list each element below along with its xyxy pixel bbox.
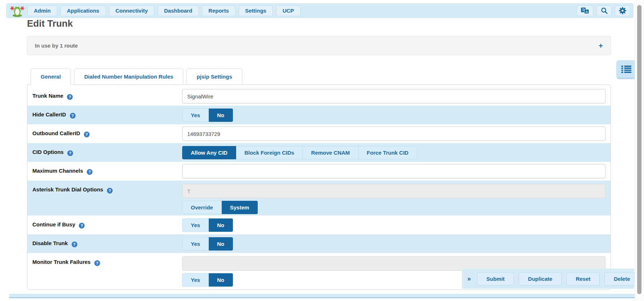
help-icon[interactable]: ? [70, 113, 76, 119]
label-text: Disable Trunk [32, 240, 68, 246]
list-icon [621, 65, 631, 73]
disable-trunk-toggle: Yes No [182, 237, 233, 251]
gear-icon [619, 7, 626, 14]
svg-text:A: A [585, 10, 588, 14]
help-icon[interactable]: ? [84, 132, 90, 137]
nav-item-ucp[interactable]: UCP [276, 5, 301, 16]
scrollbar-thumb[interactable] [637, 5, 641, 294]
label-text: Maximum Channels [32, 168, 83, 174]
trunk-list-toggle-button[interactable] [616, 60, 636, 78]
help-icon[interactable]: ? [87, 169, 93, 175]
label-text: CID Options [32, 149, 64, 155]
collapse-actions-icon[interactable]: » [467, 275, 471, 283]
row-dial-options: Asterisk Trunk Dial Options ? Override S… [27, 181, 611, 216]
dial-options-toggle: Override System [182, 201, 258, 214]
settings-button[interactable] [615, 5, 630, 16]
monitor-failures-no-button[interactable]: No [209, 273, 233, 287]
cid-options-label: CID Options ? [27, 149, 182, 156]
hide-callerid-no-button[interactable]: No [209, 109, 233, 122]
monitor-trunk-failures-label: Monitor Trunk Failures ? [27, 253, 182, 266]
disable-trunk-label: Disable Trunk ? [27, 240, 182, 247]
continue-if-busy-label: Continue if Busy ? [27, 221, 182, 229]
continue-if-busy-toggle: Yes No [182, 218, 233, 232]
help-icon[interactable]: ? [67, 150, 73, 156]
cid-block-foreign-button[interactable]: Block Foreign CIDs [236, 146, 303, 159]
nav-item-connectivity[interactable]: Connectivity [109, 5, 154, 16]
row-maximum-channels: Maximum Channels ? [27, 162, 611, 181]
general-tab-panel: Trunk Name ? Hide CallerID ? Yes No Outb… [27, 84, 611, 290]
hide-callerid-yes-button[interactable]: Yes [182, 109, 209, 122]
dial-options-override-button[interactable]: Override [182, 201, 222, 214]
outbound-callerid-input[interactable] [182, 127, 605, 141]
tab-pjsip-settings[interactable]: pjsip Settings [186, 68, 242, 85]
language-button[interactable]: A [577, 5, 593, 16]
maximum-channels-label: Maximum Channels ? [27, 168, 182, 175]
label-text: Trunk Name [32, 93, 63, 99]
outbound-callerid-label: Outbound CallerID ? [27, 130, 182, 137]
help-icon[interactable]: ? [72, 242, 77, 247]
nav-item-reports[interactable]: Reports [202, 5, 235, 16]
expand-plus-icon[interactable]: + [599, 42, 603, 49]
label-text: Continue if Busy [32, 221, 75, 227]
tab-general[interactable]: General [31, 68, 71, 85]
submit-button[interactable]: Submit [477, 272, 514, 285]
cid-force-trunk-button[interactable]: Force Trunk CID [359, 146, 417, 159]
row-cid-options: CID Options ? Allow Any CID Block Foreig… [27, 143, 611, 162]
maximum-channels-input[interactable] [182, 164, 605, 178]
bottom-bar [9, 294, 636, 298]
dial-options-system-button[interactable]: System [222, 201, 258, 214]
hide-callerid-toggle: Yes No [182, 109, 233, 122]
nav-item-settings[interactable]: Settings [239, 5, 273, 16]
dial-options-label: Asterisk Trunk Dial Options ? [27, 181, 182, 194]
row-continue-if-busy: Continue if Busy ? Yes No [27, 216, 611, 234]
label-text: Outbound CallerID [32, 130, 80, 136]
row-trunk-name: Trunk Name ? [27, 87, 611, 106]
row-outbound-callerid: Outbound CallerID ? [27, 124, 611, 143]
help-icon[interactable]: ? [107, 188, 113, 194]
action-bar: » Submit Duplicate Reset Delete [462, 269, 634, 289]
scrollbar-track[interactable] [635, 0, 644, 301]
help-icon[interactable]: ? [94, 260, 100, 266]
trunk-name-label: Trunk Name ? [27, 93, 182, 100]
label-text: Monitor Trunk Failures [32, 259, 91, 265]
page-title: Edit Trunk [27, 18, 73, 29]
reset-button[interactable]: Reset [566, 272, 600, 285]
duplicate-button[interactable]: Duplicate [519, 272, 562, 285]
row-disable-trunk: Disable Trunk ? Yes No [27, 234, 611, 253]
nav-item-dashboard[interactable]: Dashboard [158, 5, 199, 16]
topbar-right-group: A [573, 5, 630, 16]
continue-if-busy-yes-button[interactable]: Yes [182, 218, 209, 232]
freepbx-frog-logo [10, 5, 24, 17]
delete-button[interactable]: Delete [604, 272, 639, 285]
hide-callerid-label: Hide CallerID ? [27, 111, 182, 119]
label-text: Hide CallerID [32, 111, 66, 118]
top-navbar: Admin Applications Connectivity Dashboar… [6, 3, 634, 18]
cid-remove-cnam-button[interactable]: Remove CNAM [303, 146, 359, 159]
monitor-trunk-failures-toggle: Yes No [182, 273, 233, 287]
disable-trunk-no-button[interactable]: No [209, 237, 233, 251]
cid-options-toggle: Allow Any CID Block Foreign CIDs Remove … [182, 146, 417, 159]
nav-item-applications[interactable]: Applications [60, 5, 106, 16]
help-icon[interactable]: ? [67, 94, 73, 100]
row-hide-callerid: Hide CallerID ? Yes No [27, 106, 611, 124]
tab-dialed-number-manipulation-rules[interactable]: Dialed Number Manipulation Rules [74, 68, 184, 85]
disable-trunk-yes-button[interactable]: Yes [182, 237, 209, 251]
help-icon[interactable]: ? [79, 223, 85, 229]
language-icon: A [581, 7, 589, 14]
search-icon [601, 7, 608, 14]
continue-if-busy-no-button[interactable]: No [209, 218, 233, 232]
dial-options-input [182, 184, 605, 198]
label-text: Asterisk Trunk Dial Options [32, 186, 103, 192]
usage-panel: In use by 1 route + [27, 36, 611, 55]
trunk-name-input[interactable] [182, 89, 605, 103]
search-button[interactable] [596, 5, 612, 16]
cid-allow-any-button[interactable]: Allow Any CID [182, 146, 236, 159]
nav-item-admin[interactable]: Admin [27, 5, 57, 16]
usage-text: In use by 1 route [35, 43, 78, 49]
monitor-failures-yes-button[interactable]: Yes [182, 273, 209, 287]
tab-bar: General Dialed Number Manipulation Rules… [31, 68, 246, 85]
